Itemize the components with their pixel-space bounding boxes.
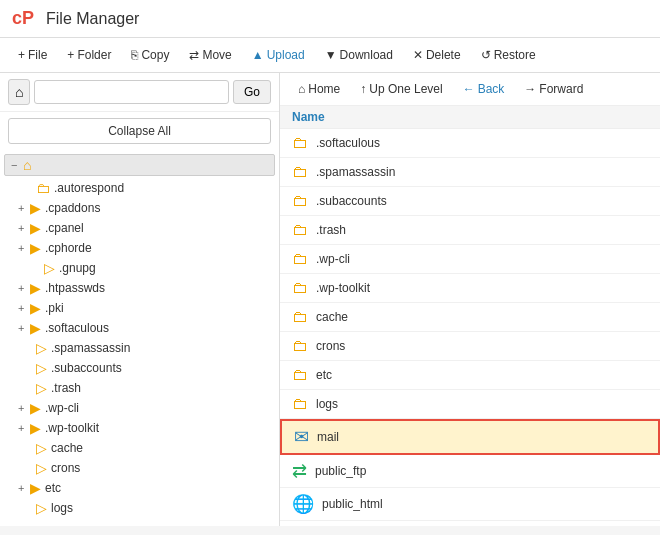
app-title: File Manager [46,10,139,28]
tree-item-cphorde[interactable]: + ▶ .cphorde [0,238,279,258]
file-item-mail[interactable]: ✉ mail [280,419,660,455]
home-nav-button[interactable]: ⌂ [8,79,30,105]
toggle-icon: + [18,322,30,334]
tree-label: .htpasswds [45,281,105,295]
tree-label: cache [51,441,83,455]
folder-icon: 🗀 [292,192,308,210]
download-button[interactable]: ▼ Download [317,44,401,66]
file-item-softaculous[interactable]: 🗀 .softaculous [280,129,660,158]
up-one-level-button[interactable]: ↑ Up One Level [352,79,450,99]
file-item-spamassassin[interactable]: 🗀 .spamassassin [280,158,660,187]
tree-item-gnupg[interactable]: ▷ .gnupg [0,258,279,278]
file-item-wptoolkit[interactable]: 🗀 .wp-toolkit [280,274,660,303]
path-input[interactable] [34,80,229,104]
file-item-wpcli[interactable]: 🗀 .wp-cli [280,245,660,274]
folder-plus-icon: + [67,48,74,62]
file-button[interactable]: + File [10,44,55,66]
delete-button-label: Delete [426,48,461,62]
file-list-header: Name [280,106,660,129]
toolbar: + File + Folder ⎘ Copy ⇄ Move ▲ Upload ▼… [0,38,660,73]
folder-button[interactable]: + Folder [59,44,119,66]
toggle-icon: + [18,282,30,294]
tree-label: etc [45,481,61,495]
tree-item-wptoolkit[interactable]: + ▶ .wp-toolkit [0,418,279,438]
tree-item-logs[interactable]: ▷ logs [0,498,279,518]
file-item-public-html[interactable]: 🌐 public_html [280,488,660,521]
delete-button[interactable]: ✕ Delete [405,44,469,66]
tree-item-wpcli[interactable]: + ▶ .wp-cli [0,398,279,418]
move-button[interactable]: ⇄ Move [181,44,239,66]
folder-icon: 🗀 [292,134,308,152]
tree-item-softaculous[interactable]: + ▶ .softaculous [0,318,279,338]
folder-icon: 🗀 [292,163,308,181]
back-button[interactable]: ← Back [455,79,513,99]
folder-icon: ▶ [30,400,41,416]
file-item-cache[interactable]: 🗀 cache [280,303,660,332]
restore-button-label: Restore [494,48,536,62]
file-list: Name 🗀 .softaculous 🗀 .spamassassin 🗀 .s… [280,106,660,526]
home-icon: ⌂ [298,82,305,96]
file-button-label: File [28,48,47,62]
tree-item-autorespond[interactable]: 🗀 .autorespond [0,178,279,198]
home-button[interactable]: ⌂ Home [290,79,348,99]
file-item-crons[interactable]: 🗀 crons [280,332,660,361]
ftp-icon: ⇄ [292,460,307,482]
tree-label: .trash [51,381,81,395]
toggle-icon: + [18,222,30,234]
tree-label: logs [51,501,73,515]
tree-item-htpasswds[interactable]: + ▶ .htpasswds [0,278,279,298]
tree-item-cache[interactable]: ▷ cache [0,438,279,458]
folder-icon: 🗀 [292,221,308,239]
folder-icon: ▶ [30,220,41,236]
file-item-subaccounts[interactable]: 🗀 .subaccounts [280,187,660,216]
tree-item-subaccounts[interactable]: ▷ .subaccounts [0,358,279,378]
tree-label: .softaculous [45,321,109,335]
collapse-all-button[interactable]: Collapse All [8,118,271,144]
folder-button-label: Folder [77,48,111,62]
upload-button[interactable]: ▲ Upload [244,44,313,66]
tree-item-trash[interactable]: ▷ .trash [0,378,279,398]
toggle-icon: + [18,242,30,254]
folder-icon: 🗀 [292,337,308,355]
tree-item-etc[interactable]: + ▶ etc [0,478,279,498]
tree-label: .autorespond [54,181,124,195]
file-name: public_html [322,497,383,511]
copy-button[interactable]: ⎘ Copy [123,44,177,66]
file-name: .softaculous [316,136,380,150]
delete-icon: ✕ [413,48,423,62]
folder-icon: 🗀 [36,180,50,196]
tree-label: .cphorde [45,241,92,255]
folder-icon: ▷ [36,500,47,516]
toggle-icon: + [18,202,30,214]
file-item-etc[interactable]: 🗀 etc [280,361,660,390]
file-item-public-ftp[interactable]: ⇄ public_ftp [280,455,660,488]
move-button-label: Move [202,48,231,62]
tree-item-root[interactable]: − ⌂ [4,154,275,176]
toggle-icon: + [18,422,30,434]
restore-button[interactable]: ↺ Restore [473,44,544,66]
toggle-icon: − [11,159,23,171]
tree-label: .spamassassin [51,341,130,355]
tree-item-pki[interactable]: + ▶ .pki [0,298,279,318]
file-item-logs[interactable]: 🗀 logs [280,390,660,419]
file-tree: − ⌂ 🗀 .autorespond + ▶ .cpaddons + ▶ .cp… [0,150,279,526]
folder-icon: ▷ [36,460,47,476]
tree-item-spamassassin[interactable]: ▷ .spamassassin [0,338,279,358]
folder-icon: ▷ [44,260,55,276]
go-button[interactable]: Go [233,80,271,104]
file-item-trash[interactable]: 🗀 .trash [280,216,660,245]
tree-label: .wp-toolkit [45,421,99,435]
file-name: .trash [316,223,346,237]
tree-item-crons[interactable]: ▷ crons [0,458,279,478]
file-name: .spamassassin [316,165,395,179]
restore-icon: ↺ [481,48,491,62]
mail-icon: ✉ [294,426,309,448]
file-name: .wp-toolkit [316,281,370,295]
back-label: Back [478,82,505,96]
tree-item-cpaddons[interactable]: + ▶ .cpaddons [0,198,279,218]
forward-button[interactable]: → Forward [516,79,591,99]
tree-item-cpanel[interactable]: + ▶ .cpanel [0,218,279,238]
folder-icon: 🗀 [292,279,308,297]
forward-icon: → [524,82,536,96]
folder-icon: ▶ [30,240,41,256]
